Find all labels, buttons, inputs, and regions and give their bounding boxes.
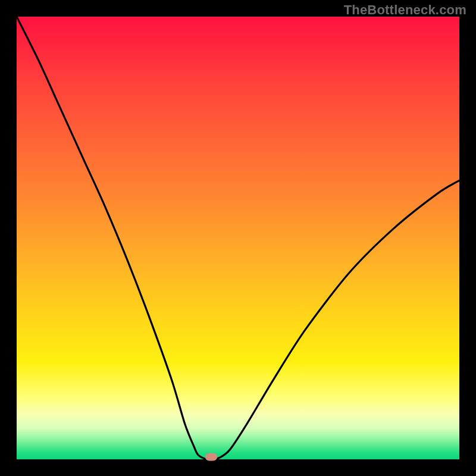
bottleneck-curve <box>17 17 459 459</box>
optimal-point-marker <box>205 453 217 461</box>
chart-frame: TheBottleneck.com <box>0 0 476 476</box>
plot-area <box>17 17 459 459</box>
watermark-text: TheBottleneck.com <box>344 2 466 18</box>
